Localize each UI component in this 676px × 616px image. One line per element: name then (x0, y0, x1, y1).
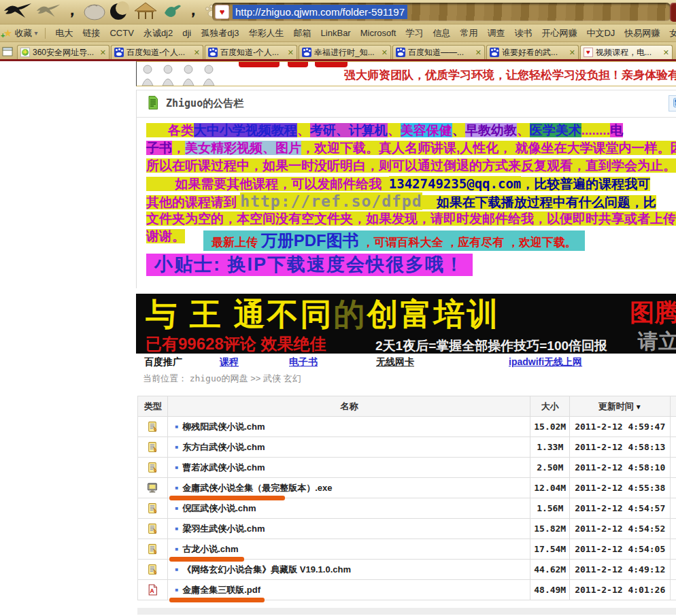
toolbar-link[interactable]: 开心网赚 (541, 27, 577, 39)
file-name-link[interactable]: 东方白武侠小说.chm (182, 442, 265, 452)
table-row[interactable]: ■古龙小说.chm17.54M2011-2-12 4:54:05 (138, 539, 676, 560)
col-header-size[interactable]: 大小 (530, 396, 570, 417)
close-icon[interactable]: ✕ (569, 48, 575, 57)
training-ad-banner[interactable]: 与 王 通不同的创富培训 已有99628评论 效果绝佳 2天1夜后=掌握全部操作… (136, 294, 676, 354)
chm-file-icon (147, 523, 158, 533)
nav-link-item[interactable]: 电子书 (289, 356, 318, 369)
toolbar-link[interactable]: 永诚dj2 (143, 27, 173, 39)
close-icon[interactable]: ✕ (288, 48, 294, 57)
table-row[interactable]: ■倪匡武侠小说.chm1.56M2011-2-12 4:54:57 (138, 498, 676, 519)
toolbar-link[interactable]: 信息 (433, 27, 450, 39)
toolbar-link[interactable]: 调查 (487, 27, 505, 39)
comma-decoration: ， (185, 3, 201, 16)
table-row[interactable]: ■金庸武侠小说全集（最完整版本）.exe12.04M2011-2-12 4:55… (138, 478, 676, 498)
file-name-cell: ■《网络玄幻小说合集》典藏版 V19.1.0.chm (168, 560, 530, 580)
toolbar-link[interactable]: LinkBar (321, 28, 351, 38)
tab-bar: 360安全网址导...✕百度知道-个人...✕百度知道-个人...✕幸福进行时_… (0, 42, 676, 61)
nav-link-item[interactable]: 课程 (220, 356, 239, 369)
file-name-link[interactable]: 柳残阳武侠小说.chm (182, 422, 265, 432)
url-text[interactable]: http://zhiguo.qjwm.com/folder-591197 (233, 5, 407, 19)
file-name-link[interactable]: 曹若冰武侠小说.chm (182, 462, 265, 473)
table-row[interactable]: ■《网络玄幻小说合集》典藏版 V19.1.0.chm44.62M2011-2-1… (138, 560, 676, 580)
browser-tab[interactable]: 百度知道-个人...✕ (111, 45, 203, 59)
browser-tab[interactable]: 视频课程，电...✕ (580, 45, 673, 59)
table-row[interactable]: ■曹若冰武侠小说.chm2.50M2011-2-12 4:58:10 (138, 458, 676, 478)
toolbar-link[interactable]: 孤独者dj3 (201, 27, 239, 39)
top-ad-banner[interactable]: 强大师资团队，优质学习环境，让您轻松学习没负担！亲身体验有保障！ (136, 61, 676, 86)
close-icon[interactable]: ✕ (475, 48, 481, 57)
browser-tab[interactable]: 谁要好看的武...✕ (486, 45, 579, 59)
file-name-link[interactable]: 倪匡武侠小说.chm (182, 503, 256, 513)
col-header-name[interactable]: 名称 (168, 396, 530, 417)
board-title: Zhiguo的公告栏 (166, 97, 243, 110)
notice-line: 文件夹为空的，本空间没有空文件夹，如果发现，请即时发邮件给我，以便即时共享或者上… (146, 210, 676, 228)
tip-banner: 小贴士: 换IP下载速度会快很多哦！ (146, 254, 473, 276)
toolbar-link[interactable]: 女性论坛 (669, 27, 676, 39)
table-row[interactable]: ■东方白武侠小说.chm1.33M2011-2-12 4:58:13 (138, 437, 676, 458)
close-icon[interactable]: ✕ (663, 48, 669, 57)
file-table: 类型 名称 大小 更新时间▼ ■柳残阳武侠小说.chm15.02M2011-2-… (137, 396, 676, 600)
nav-link-item[interactable]: 百度推广 (144, 356, 182, 369)
toolbar-link[interactable]: 常用 (460, 27, 477, 39)
browser-tab[interactable]: 百度知道-个人...✕ (205, 45, 297, 59)
file-updated-cell: 2011-2-12 4:59:47 (569, 417, 670, 437)
toolbar-link[interactable]: CCTV (109, 28, 133, 38)
file-name-link[interactable]: 金庸全集三联版.pdf (182, 585, 260, 595)
browser-tab[interactable]: 360安全网址导...✕ (17, 45, 109, 59)
table-row[interactable]: ■柳残阳武侠小说.chm15.02M2011-2-12 4:59:47 (138, 417, 676, 437)
text-segment: 各类 (146, 123, 194, 137)
toolbar-link[interactable]: 电大 (55, 27, 73, 39)
toolbar-link[interactable]: dji (182, 28, 191, 38)
toolbar-link[interactable]: 邮箱 (294, 27, 311, 39)
nav-link-item[interactable]: 无线网卡 (376, 356, 414, 369)
sort-desc-icon: ▼ (635, 403, 642, 411)
address-bar[interactable]: http://zhiguo.qjwm.com/folder-591197 (212, 3, 671, 21)
file-name-link[interactable]: 梁羽生武侠小说.chm (182, 524, 265, 534)
browser-tab[interactable]: 幸福进行时_知...✕ (299, 45, 391, 59)
new-tab-button[interactable] (2, 46, 14, 57)
extra-cell (671, 560, 676, 580)
col-header-updated[interactable]: 更新时间▼ (569, 396, 670, 417)
toolbar-link[interactable]: 学习 (405, 27, 423, 39)
col-header-type[interactable]: 类型 (138, 396, 168, 417)
extra-cell (671, 417, 676, 437)
browser-tab[interactable]: 百度知道——...✕ (392, 45, 485, 59)
bullet-icon: ■ (175, 566, 178, 572)
close-icon[interactable]: ✕ (382, 48, 388, 57)
file-name-link[interactable]: 古龙小说.chm (182, 544, 238, 554)
col-header-extra (671, 396, 676, 417)
nav-link-item[interactable]: ipadwifi无线上网 (509, 356, 582, 369)
file-name-link[interactable]: 《网络玄幻小说合集》典藏版 V19.1.0.chm (182, 564, 351, 575)
toolbar-link[interactable]: 华彩人生 (249, 27, 284, 39)
toolbar-link[interactable]: 读书 (514, 27, 532, 39)
toolbar-link[interactable]: 中文DJ (586, 27, 615, 39)
share-button[interactable]: 分享 (669, 95, 676, 112)
text-segment: ........ (581, 123, 610, 137)
heart-favicon-icon (584, 48, 593, 57)
toolbar-link[interactable]: 快易网赚 (624, 27, 660, 39)
notice-line: 如果需要其他课程，可以发邮件给我 1342749235@qq.com，比较普遍的… (146, 175, 676, 192)
table-row[interactable]: A■金庸全集三联版.pdf48.49M2011-2-12 4:01:26 (138, 580, 676, 600)
text-segment: 所以在听课过程中，如果一时没听明白，则可以通过倒退的方式来反复观看，直到学会为止… (146, 158, 676, 173)
favorites-button[interactable]: ★+ 收藏 ▾ (3, 27, 37, 39)
close-icon[interactable]: ✕ (194, 48, 200, 57)
ad-figures-image (139, 63, 228, 86)
file-size-cell: 48.49M (530, 580, 570, 600)
share-icon (673, 98, 676, 109)
bullet-icon: ■ (175, 505, 178, 511)
close-icon[interactable]: ✕ (100, 48, 106, 57)
toolbar-link[interactable]: Microsoft (360, 28, 396, 38)
links-toolbar: ★+ 收藏 ▾ 电大链接CCTV永诚dj2dji孤独者dj3华彩人生邮箱Link… (0, 24, 676, 42)
breadcrumb-site-link[interactable]: zhiguo的网盘 (190, 373, 248, 383)
table-row[interactable]: ■梁羽生武侠小说.chm15.82M2011-2-12 4:54:52 (138, 519, 676, 539)
extra-cell (671, 519, 676, 539)
skin-ornament (670, 3, 676, 22)
notice-line: 子书，美女精彩视频、图片，欢迎下载。真人名师讲课,人性化， 就像坐在大学课堂内一… (146, 139, 676, 157)
file-name-link[interactable]: 金庸武侠小说全集（最完整版本）.exe (182, 483, 332, 493)
file-size-cell: 15.82M (530, 519, 570, 539)
toolbar-link[interactable]: 链接 (82, 27, 100, 39)
chm-file-icon (147, 502, 158, 513)
text-segment: 、 (517, 123, 530, 137)
ad-headline: 与 王 通不同的创富培训 (146, 294, 501, 336)
text-segment: 文件夹为空的，本空间没有空文件夹，如果发现，请即时发邮件给我，以便即时共享或者上… (146, 211, 676, 226)
